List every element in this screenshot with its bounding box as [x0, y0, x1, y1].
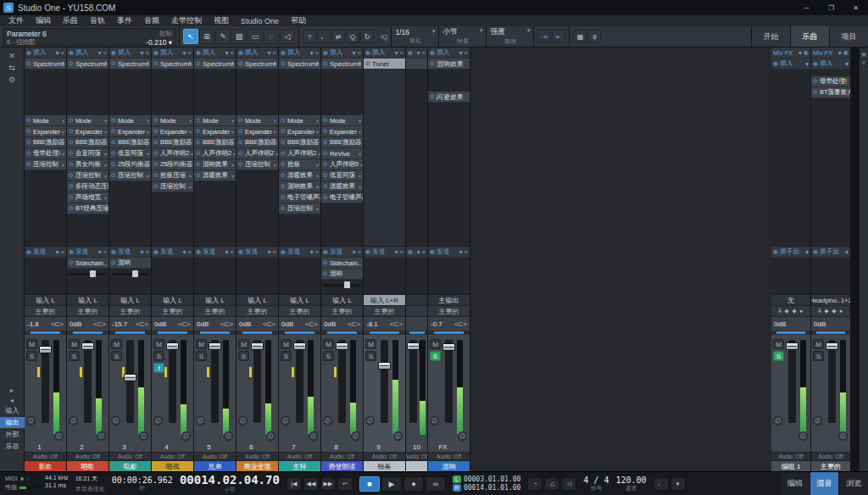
inserts-header[interactable]: ⊕ 插入 ▾ ≡ — [428, 47, 470, 58]
chevron-down-icon[interactable]: ▾ — [310, 49, 314, 57]
phase-invert-icon[interactable]: ∅ — [69, 416, 78, 425]
record-button[interactable]: ● — [403, 476, 424, 492]
chevron-down-icon[interactable]: ▾ — [360, 162, 363, 168]
bus-strip[interactable]: Mix FX ▾ ⊕ ⊕ 插入 ▾ ⊙ — [811, 47, 850, 471]
plugin-enable-icon[interactable]: ⊙ — [196, 128, 201, 135]
monitor-icon[interactable]: ∅ — [393, 431, 403, 441]
plugin-enable-icon[interactable]: ⊙ — [153, 150, 159, 157]
chevron-down-icon[interactable]: ▾ — [104, 162, 107, 168]
page-button[interactable]: 项目 — [829, 26, 868, 47]
add-send-icon[interactable]: ⊕ — [323, 248, 328, 256]
chevron-down-icon[interactable]: ▾ — [353, 49, 356, 57]
output-target[interactable]: 主要的 — [67, 306, 108, 317]
phase-invert-icon[interactable]: ∅ — [111, 416, 120, 425]
fader-cap[interactable] — [407, 342, 420, 350]
chevron-down-icon[interactable]: ▾ — [274, 129, 276, 135]
plugin-enable-icon[interactable]: ⊙ — [196, 161, 201, 168]
chevron-down-icon[interactable]: ▾ — [805, 248, 809, 256]
plugin-item[interactable]: ⊙ 温暖效果 ▾ — [194, 170, 236, 181]
loop-end-value[interactable]: 00014.01.01.00 — [464, 484, 520, 492]
monitor-icon[interactable]: ∅ — [54, 431, 64, 441]
plugin-enable-icon[interactable]: ⊙ — [281, 194, 286, 201]
input-source[interactable]: 输入 L — [25, 295, 66, 306]
chevron-down-icon[interactable]: ▾ — [417, 248, 420, 256]
solo-button[interactable]: S — [813, 351, 824, 361]
plugin-enable-icon[interactable]: ⊙ — [813, 89, 818, 96]
menu-icon[interactable]: ≡ — [465, 49, 468, 57]
output-target[interactable]: 主要的 — [236, 306, 278, 317]
phase-invert-icon[interactable]: ∅ — [323, 416, 332, 425]
plugin-enable-icon[interactable]: ⊙ — [323, 161, 328, 168]
plugin-enable-icon[interactable]: ⊙ — [238, 60, 243, 67]
loop-end-marker[interactable]: R — [453, 484, 461, 492]
chevron-down-icon[interactable]: ▾ — [104, 118, 107, 124]
plugin-enable-icon[interactable]: ⊙ — [196, 172, 201, 179]
chevron-down-icon[interactable]: ▾ — [316, 162, 319, 168]
chevron-down-icon[interactable]: ▾ — [353, 248, 356, 256]
plugin-enable-icon[interactable]: ⊙ — [281, 205, 286, 212]
output-target[interactable]: 主要的 — [25, 306, 66, 317]
sends-header[interactable]: ⊕ 发送 ▾ ≡ — [67, 247, 108, 258]
insert-slot[interactable]: ⊙ SpectrumM... — [194, 58, 236, 70]
plugin-enable-icon[interactable]: ⊙ — [153, 60, 159, 67]
plugin-item[interactable]: ⊙ BBE激励器 ▾ — [194, 137, 236, 148]
plugin-item[interactable]: ⊙ 温暖效果 ▾ — [279, 170, 320, 181]
chevron-down-icon[interactable]: ▾ — [189, 184, 192, 190]
rail-tab[interactable]: 外部 — [0, 429, 25, 440]
volume-fader[interactable] — [409, 340, 417, 423]
volume-fader[interactable] — [169, 340, 176, 423]
add-send-icon[interactable]: ⊕ — [111, 248, 116, 256]
plugin-enable-icon[interactable]: ⊙ — [26, 117, 31, 124]
paint-tool[interactable]: ▨ — [231, 29, 247, 44]
output-target[interactable]: 主要的 — [279, 306, 320, 317]
plugin-enable-icon[interactable]: ⊙ — [111, 172, 116, 179]
insert-slot[interactable]: ⊙ SpectrumM... — [236, 58, 278, 70]
chevron-down-icon[interactable]: ▾ — [838, 49, 842, 57]
chevron-down-icon[interactable]: ▾ — [316, 118, 319, 124]
rail-tab[interactable]: 乐器 — [0, 441, 25, 452]
swap-button[interactable]: ⇄ — [331, 30, 345, 43]
workspace-tab[interactable]: 编辑 — [780, 472, 810, 495]
sends-header[interactable]: ⊕ 发送 ▾ ≡ — [236, 247, 278, 258]
insert-slot-2[interactable]: ⊙ 闪避效果 — [428, 92, 470, 103]
plugin-enable-icon[interactable]: ⊙ — [323, 194, 328, 201]
plugin-enable-icon[interactable]: ⊙ — [281, 60, 286, 67]
chevron-down-icon[interactable]: ▾ — [268, 248, 271, 256]
volume-fader[interactable] — [445, 340, 453, 423]
input-source[interactable]: 输入 L — [279, 295, 320, 306]
post-inserts-header[interactable]: ⊕ 插子后 ▾ — [771, 247, 810, 258]
menu-icon[interactable]: ≡ — [146, 248, 149, 256]
plugin-item[interactable]: ⊙ BBE激励器 ▾ — [109, 137, 151, 148]
plugin-item[interactable]: ⊙ Mode ▾ — [67, 115, 108, 126]
plugin-item[interactable]: ⊙ 抢板 ▾ — [279, 159, 320, 170]
sends-header[interactable]: ⊕ 发送 ▾ ≡ — [279, 247, 320, 258]
plugin-enable-icon[interactable]: ⊙ — [153, 117, 159, 124]
plugin-item[interactable]: ⊙ Expander ▾ — [109, 126, 151, 137]
menu-item[interactable]: Studio One — [235, 17, 285, 25]
inserts-header[interactable]: ⊕ 插入 ▾ ≡ — [194, 47, 236, 58]
menu-icon[interactable]: ≡ — [103, 49, 107, 57]
chevron-down-icon[interactable]: ▾ — [189, 129, 192, 135]
plugin-enable-icon[interactable]: ⊙ — [813, 78, 818, 85]
menu-icon[interactable]: ≡ — [400, 248, 403, 256]
monitor-icon[interactable]: ∅ — [139, 431, 148, 441]
chevron-down-icon[interactable]: ▾ — [274, 162, 276, 168]
inserts-header[interactable]: ⊕ 插入 ▾ ≡ — [321, 47, 363, 58]
send-item[interactable]: ⊙ Sidechain.. — [321, 258, 363, 269]
click-volume-icon[interactable]: ◁ — [561, 477, 576, 491]
play-button[interactable]: ▶ — [381, 476, 402, 492]
plugin-enable-icon[interactable]: ⊙ — [111, 150, 116, 157]
add-insert-icon[interactable]: ⊕ — [813, 60, 818, 68]
chevron-down-icon[interactable]: ▾ — [359, 129, 361, 135]
channel-strip[interactable]: ⊕ 插入 ▾ ≡ ⊙ SpectrumM... ⊙ — [279, 47, 320, 471]
fader-cap[interactable] — [293, 342, 306, 350]
send-slider-handle[interactable] — [132, 270, 138, 277]
add-insert-icon[interactable]: ⊕ — [196, 49, 201, 57]
menu-icon[interactable]: ≡ — [358, 248, 361, 256]
plugin-enable-icon[interactable]: ⊙ — [153, 183, 159, 190]
channel-strip[interactable]: ⊕ 插入 ▾ ≡ ⊙ SpectrumM... ⊙ — [321, 47, 363, 471]
add-insert-icon[interactable]: ⊕ — [26, 49, 31, 57]
add-send-icon[interactable]: ⊕ — [365, 248, 370, 256]
phase-invert-icon[interactable]: ∅ — [773, 416, 782, 425]
plugin-enable-icon[interactable]: ⊙ — [323, 150, 328, 157]
